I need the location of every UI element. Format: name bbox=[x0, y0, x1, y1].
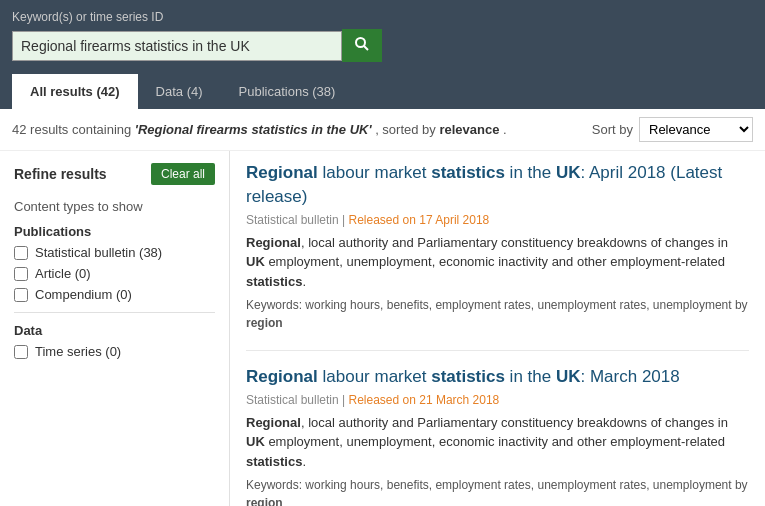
result-word-uk-2: UK bbox=[556, 367, 581, 386]
result-title-1: Regional labour market statistics in the… bbox=[246, 161, 749, 209]
result-date-2: Released on 21 March 2018 bbox=[349, 393, 500, 407]
search-header: Keyword(s) or time series ID bbox=[0, 0, 765, 74]
result-link-1[interactable]: Regional labour market statistics in the… bbox=[246, 163, 722, 206]
search-label: Keyword(s) or time series ID bbox=[12, 10, 753, 24]
data-group-title: Data bbox=[14, 323, 215, 338]
filter-statistical-bulletin-label: Statistical bulletin (38) bbox=[35, 245, 162, 260]
search-button[interactable] bbox=[342, 29, 382, 62]
results-query: 'Regional firearms statistics in the UK' bbox=[135, 122, 372, 137]
tabs-bar: All results (42) Data (4) Publications (… bbox=[0, 74, 765, 109]
result-type-2: Statistical bulletin bbox=[246, 393, 339, 407]
search-row bbox=[12, 29, 753, 62]
result-item-2: Regional labour market statistics in the… bbox=[246, 365, 749, 506]
result-date-1: Released on 17 April 2018 bbox=[349, 213, 490, 227]
svg-point-0 bbox=[356, 38, 365, 47]
result-desc-1: Regional, local authority and Parliament… bbox=[246, 233, 749, 292]
tab-all-results[interactable]: All results (42) bbox=[12, 74, 138, 109]
result-meta-1: Statistical bulletin | Released on 17 Ap… bbox=[246, 213, 749, 227]
result-word-regional-2: Regional bbox=[246, 367, 318, 386]
result-meta-2: Statistical bulletin | Released on 21 Ma… bbox=[246, 393, 749, 407]
sidebar-title: Refine results bbox=[14, 166, 107, 182]
filter-article: Article (0) bbox=[14, 266, 215, 281]
results-list: Regional labour market statistics in the… bbox=[230, 151, 765, 506]
result-item-1: Regional labour market statistics in the… bbox=[246, 161, 749, 351]
checkbox-article[interactable] bbox=[14, 267, 28, 281]
svg-line-1 bbox=[364, 46, 368, 50]
result-title-2: Regional labour market statistics in the… bbox=[246, 365, 749, 389]
sort-by-label: Sort by bbox=[592, 122, 633, 137]
filter-time-series: Time series (0) bbox=[14, 344, 215, 359]
content-types-label: Content types to show bbox=[14, 199, 215, 214]
result-word-statistics-1: statistics bbox=[431, 163, 505, 182]
results-sorted-by: , sorted by bbox=[375, 122, 439, 137]
tab-publications[interactable]: Publications (38) bbox=[221, 74, 354, 109]
result-keywords-2: Keywords: working hours, benefits, emplo… bbox=[246, 476, 749, 506]
publications-group-title: Publications bbox=[14, 224, 215, 239]
result-word-regional-1: Regional bbox=[246, 163, 318, 182]
checkbox-time-series[interactable] bbox=[14, 345, 28, 359]
result-word-uk-1: UK bbox=[556, 163, 581, 182]
filter-time-series-label: Time series (0) bbox=[35, 344, 121, 359]
result-link-2[interactable]: Regional labour market statistics in the… bbox=[246, 367, 680, 386]
result-word-statistics-2: statistics bbox=[431, 367, 505, 386]
sidebar-divider bbox=[14, 312, 215, 313]
search-input[interactable] bbox=[12, 31, 342, 61]
checkbox-compendium[interactable] bbox=[14, 288, 28, 302]
clear-all-button[interactable]: Clear all bbox=[151, 163, 215, 185]
search-icon bbox=[354, 36, 370, 52]
result-keywords-1: Keywords: working hours, benefits, emplo… bbox=[246, 296, 749, 332]
main-layout: Refine results Clear all Content types t… bbox=[0, 151, 765, 506]
results-sort-value: relevance bbox=[439, 122, 499, 137]
filter-compendium: Compendium (0) bbox=[14, 287, 215, 302]
sidebar-header: Refine results Clear all bbox=[14, 163, 215, 185]
result-type-1: Statistical bulletin bbox=[246, 213, 339, 227]
results-period: . bbox=[503, 122, 507, 137]
tab-data[interactable]: Data (4) bbox=[138, 74, 221, 109]
results-summary: 42 results containing 'Regional firearms… bbox=[12, 122, 507, 137]
results-prefix: 42 results containing bbox=[12, 122, 135, 137]
sidebar: Refine results Clear all Content types t… bbox=[0, 151, 230, 506]
filter-compendium-label: Compendium (0) bbox=[35, 287, 132, 302]
filter-article-label: Article (0) bbox=[35, 266, 91, 281]
results-bar: 42 results containing 'Regional firearms… bbox=[0, 109, 765, 151]
filter-statistical-bulletin: Statistical bulletin (38) bbox=[14, 245, 215, 260]
sort-area: Sort by Relevance Latest release Title A… bbox=[592, 117, 753, 142]
result-desc-2: Regional, local authority and Parliament… bbox=[246, 413, 749, 472]
sort-select[interactable]: Relevance Latest release Title A-Z bbox=[639, 117, 753, 142]
checkbox-statistical-bulletin[interactable] bbox=[14, 246, 28, 260]
